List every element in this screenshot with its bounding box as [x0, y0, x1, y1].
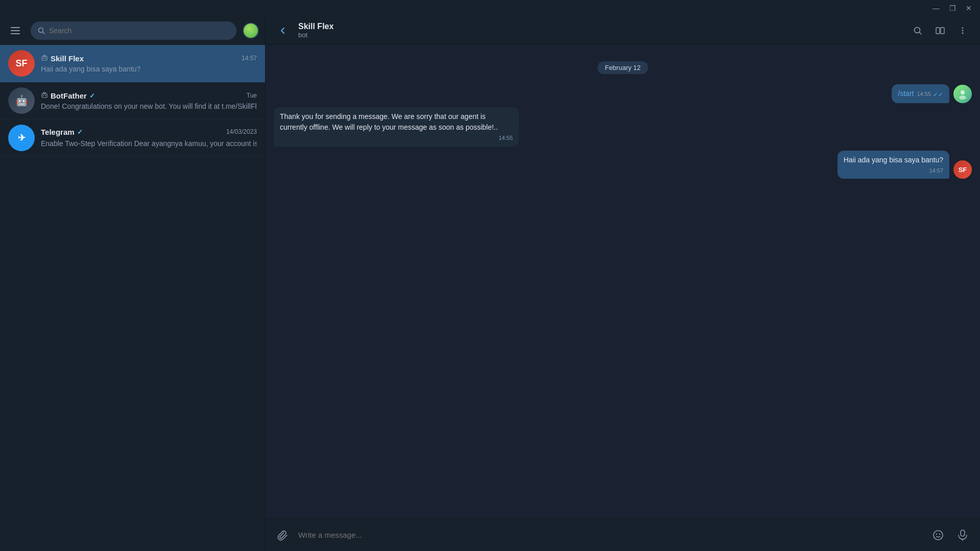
message-row: /start 14:55 ✓✓: [274, 84, 972, 103]
chat-content: Skill Flex 14:57 Haii ada yang bisa saya…: [41, 54, 257, 73]
columns-button[interactable]: [931, 21, 949, 40]
search-bar[interactable]: [31, 21, 236, 40]
chat-header-row: Telegram ✓ 14/03/2023: [41, 128, 257, 136]
status-indicator: [243, 22, 259, 39]
message-row: Thank you for sending a message. We are …: [274, 107, 972, 147]
message-time: 14:55: [498, 134, 513, 142]
chat-name: BotFather ✓: [41, 91, 95, 100]
svg-point-10: [43, 95, 44, 96]
hamburger-button[interactable]: [6, 21, 25, 40]
chat-list: SF Skill Flex: [0, 45, 265, 551]
chat-time: Tue: [247, 92, 257, 99]
svg-point-3: [39, 28, 43, 33]
search-input[interactable]: [49, 27, 229, 35]
svg-rect-13: [936, 28, 940, 34]
chat-item-botfather[interactable]: 🤖 B: [0, 82, 265, 119]
message-text: Thank you for sending a message. We are …: [280, 111, 513, 133]
chat-header-actions: [909, 21, 972, 40]
user-avatar: SF: [953, 160, 972, 179]
message-bubble-outgoing: Haii ada yang bisa saya bantu? 14:57: [838, 151, 949, 179]
chat-name: Telegram ✓: [41, 128, 83, 136]
chat-header-info: Skill Flex bot: [298, 22, 902, 39]
svg-rect-14: [941, 28, 944, 34]
chat-preview: Enable Two-Step Verification Dear ayangn…: [41, 138, 257, 149]
attach-button[interactable]: [274, 526, 292, 544]
tick-icon: ✓✓: [933, 90, 943, 99]
message-row: Haii ada yang bisa saya bantu? 14:57 SF: [274, 151, 972, 179]
chat-header-row: BotFather ✓ Tue: [41, 91, 257, 100]
svg-point-18: [961, 90, 965, 94]
chat-time: 14:57: [242, 55, 257, 62]
avatar: ✈: [8, 125, 35, 151]
input-area: [266, 518, 980, 551]
message-bubble-incoming: Thank you for sending a message. We are …: [274, 107, 519, 147]
back-button[interactable]: [274, 21, 292, 40]
command-message: /start 14:55 ✓✓: [898, 88, 943, 99]
bot-icon: [41, 91, 48, 100]
svg-rect-23: [961, 530, 965, 536]
avatar: SF: [8, 50, 35, 77]
bot-icon: [41, 54, 48, 63]
mic-button[interactable]: [953, 526, 972, 544]
svg-point-21: [936, 533, 937, 534]
verified-icon: ✓: [89, 92, 95, 100]
restore-button[interactable]: ❐: [945, 1, 960, 15]
svg-point-22: [939, 533, 940, 534]
title-bar: — ❐ ✕: [0, 0, 980, 16]
chat-content: BotFather ✓ Tue Done! Congratulations on…: [41, 91, 257, 110]
search-icon: [38, 27, 45, 34]
svg-rect-2: [11, 33, 20, 34]
avatar: 🤖: [8, 87, 35, 114]
message-meta: 14:57: [844, 166, 943, 175]
date-separator: February 12: [274, 61, 972, 74]
svg-point-17: [962, 32, 964, 34]
chat-header-name: Skill Flex: [298, 22, 902, 31]
chat-item-telegram[interactable]: ✈ Telegram ✓ 14/03/2023 Enable Two-Step …: [0, 119, 265, 157]
chat-area: Skill Flex bot: [266, 16, 980, 551]
svg-point-19: [959, 95, 966, 100]
message-input[interactable]: [298, 531, 923, 539]
chat-header: Skill Flex bot: [266, 16, 980, 45]
message-bubble-outgoing: /start 14:55 ✓✓: [892, 84, 949, 103]
main-layout: SF Skill Flex: [0, 16, 980, 551]
chat-header-status: bot: [298, 31, 902, 39]
chat-header-row: Skill Flex 14:57: [41, 54, 257, 63]
command-text: /start: [898, 88, 914, 99]
svg-point-6: [43, 58, 44, 59]
chat-content: Telegram ✓ 14/03/2023 Enable Two-Step Ve…: [41, 128, 257, 149]
emoji-button[interactable]: [929, 526, 947, 544]
sidebar: SF Skill Flex: [0, 16, 266, 551]
close-button[interactable]: ✕: [962, 1, 976, 15]
minimize-button[interactable]: —: [929, 1, 943, 15]
user-avatar: [953, 85, 972, 103]
verified-icon: ✓: [77, 128, 83, 136]
chat-preview: Haii ada yang bisa saya bantu?: [41, 65, 257, 73]
message-time: 14:57: [929, 166, 943, 175]
messages-area: February 12 /start 14:55 ✓✓: [266, 45, 980, 518]
svg-point-7: [45, 58, 46, 59]
svg-point-16: [962, 30, 964, 31]
svg-point-20: [934, 531, 943, 540]
message-meta: 14:55: [280, 134, 513, 142]
svg-point-12: [915, 27, 920, 33]
chat-preview: Done! Congratulations on your new bot. Y…: [41, 102, 257, 110]
message-text: Haii ada yang bisa saya bantu?: [844, 155, 943, 165]
svg-rect-0: [11, 27, 20, 28]
chat-name: Skill Flex: [41, 54, 84, 63]
svg-point-15: [962, 27, 964, 29]
more-button[interactable]: [953, 21, 972, 40]
message-time: 14:55: [917, 90, 931, 99]
date-badge: February 12: [597, 61, 648, 74]
svg-rect-1: [11, 30, 20, 31]
chat-item-skill-flex[interactable]: SF Skill Flex: [0, 45, 265, 82]
message-meta: 14:55 ✓✓: [917, 90, 943, 99]
chat-time: 14/03/2023: [226, 128, 257, 135]
search-button[interactable]: [909, 21, 927, 40]
sidebar-header: [0, 16, 265, 45]
svg-point-11: [45, 95, 46, 96]
